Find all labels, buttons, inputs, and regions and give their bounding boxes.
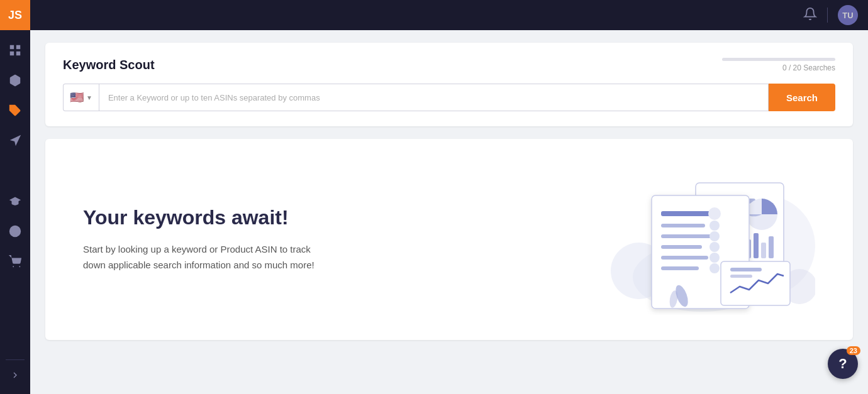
sidebar-item-cart[interactable]: [0, 246, 30, 276]
svg-point-39: [709, 253, 720, 263]
search-count: 0 / 20 Searches: [782, 63, 835, 72]
topbar-divider: [827, 8, 828, 23]
svg-point-33: [709, 221, 720, 231]
chart-icon: [8, 164, 22, 178]
sidebar-item-products[interactable]: [0, 65, 30, 96]
search-quota: 0 / 20 Searches: [722, 58, 835, 72]
svg-rect-38: [661, 256, 708, 260]
target-icon: [8, 224, 22, 238]
content-area: Keyword Scout 0 / 20 Searches 🇺🇸 ▼ Searc…: [30, 30, 868, 394]
svg-point-35: [709, 231, 720, 241]
svg-rect-1: [16, 45, 20, 49]
help-icon: ?: [838, 356, 847, 372]
keywords-illustration: [576, 164, 815, 315]
sidebar-item-targeting[interactable]: [0, 216, 30, 246]
svg-rect-28: [769, 236, 774, 258]
topbar: TU: [30, 0, 868, 30]
svg-point-37: [709, 242, 720, 252]
box-icon: [8, 74, 22, 87]
svg-rect-3: [16, 52, 20, 55]
sidebar-expand-button[interactable]: [0, 364, 30, 386]
svg-rect-32: [661, 224, 705, 227]
cart-icon: [8, 254, 22, 268]
svg-point-13: [19, 266, 20, 267]
svg-point-11: [14, 230, 16, 233]
sidebar-item-academy[interactable]: [0, 186, 30, 216]
sidebar-item-dashboard[interactable]: [0, 35, 30, 65]
svg-point-41: [709, 263, 720, 273]
help-badge: 23: [847, 346, 860, 355]
svg-rect-2: [10, 52, 14, 55]
sidebar-item-campaigns[interactable]: [0, 126, 30, 156]
search-button[interactable]: Search: [769, 84, 835, 111]
svg-rect-0: [10, 45, 14, 49]
search-bar: 🇺🇸 ▼ Search: [63, 84, 835, 111]
svg-rect-40: [661, 266, 699, 270]
empty-description: Start by looking up a keyword or Product…: [83, 241, 322, 273]
svg-point-12: [13, 266, 14, 267]
notifications-bell[interactable]: [803, 7, 817, 23]
svg-rect-34: [661, 234, 711, 238]
sidebar-divider: [6, 359, 25, 360]
sidebar-item-analytics[interactable]: [0, 156, 30, 186]
graduation-icon: [8, 194, 22, 208]
sidebar-nav: [0, 30, 30, 356]
tag-icon: [8, 104, 22, 118]
country-selector[interactable]: 🇺🇸 ▼: [63, 84, 99, 111]
app-logo: JS: [0, 0, 30, 30]
sidebar: JS: [0, 0, 30, 394]
help-button[interactable]: 23 ?: [828, 349, 858, 379]
scout-header: Keyword Scout 0 / 20 Searches: [63, 58, 835, 72]
keyword-scout-card: Keyword Scout 0 / 20 Searches 🇺🇸 ▼ Searc…: [45, 43, 853, 126]
sidebar-bottom: [0, 356, 30, 394]
svg-rect-43: [730, 268, 762, 271]
grid-icon: [8, 43, 22, 57]
main-area: TU Keyword Scout 0 / 20 Searches 🇺🇸 ▼: [30, 0, 868, 394]
country-flag: 🇺🇸: [70, 90, 84, 104]
keyword-input[interactable]: [99, 84, 769, 111]
empty-title: Your keywords await!: [83, 205, 322, 229]
svg-rect-44: [730, 275, 752, 278]
svg-rect-36: [661, 245, 702, 249]
progress-track: [722, 58, 835, 61]
bell-icon: [803, 7, 817, 21]
megaphone-icon: [8, 134, 22, 148]
illustration-svg: [576, 164, 815, 315]
page-title: Keyword Scout: [63, 58, 155, 72]
svg-rect-27: [761, 243, 766, 258]
svg-point-31: [708, 207, 721, 220]
user-avatar[interactable]: TU: [838, 5, 858, 25]
svg-rect-26: [754, 233, 759, 258]
sidebar-item-keywords[interactable]: [0, 96, 30, 126]
empty-state-card: Your keywords await! Start by looking up…: [45, 139, 853, 340]
chevron-down-icon: ▼: [86, 94, 92, 101]
chevron-right-icon: [10, 370, 20, 380]
empty-text: Your keywords await! Start by looking up…: [83, 205, 322, 273]
